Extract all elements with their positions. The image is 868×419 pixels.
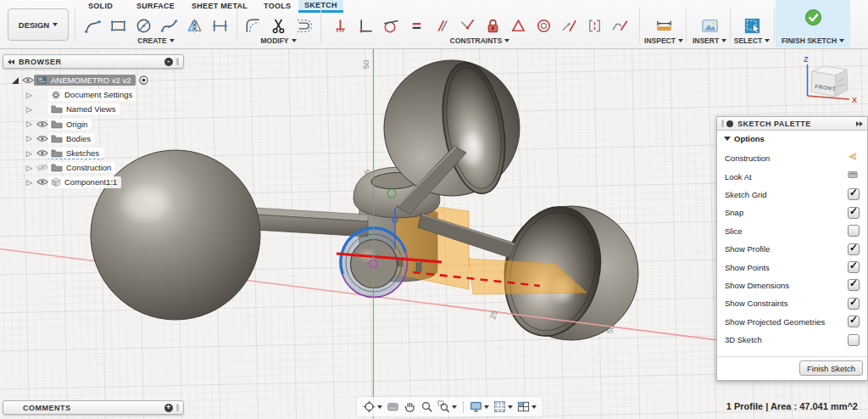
collinear-tool-button[interactable] — [581, 14, 607, 38]
collapsed-arrow-icon[interactable]: ▷ — [26, 91, 32, 99]
finish-sketch-button[interactable]: Finish Sketch — [799, 360, 863, 376]
checkbox-sketch-grid[interactable] — [848, 188, 860, 200]
checkbox-show-dimensions[interactable] — [848, 279, 860, 291]
comments-add-icon[interactable]: + — [164, 404, 173, 412]
equal-tool-button[interactable] — [403, 14, 429, 38]
browser-item-origin[interactable]: ▷Origin — [3, 117, 184, 131]
line-tool-button[interactable] — [80, 14, 105, 38]
tab-sheet-metal[interactable]: SHEET METAL — [186, 0, 253, 13]
measure-tool-button[interactable] — [651, 14, 676, 38]
parallel-tool-button[interactable] — [429, 14, 454, 38]
group-select: SELECT — [732, 13, 772, 47]
visibility-toggle[interactable] — [36, 120, 48, 128]
collapsed-arrow-icon[interactable]: ▷ — [26, 149, 32, 158]
browser-minimize-icon[interactable]: - — [164, 58, 173, 66]
symmetry-tool-button[interactable] — [505, 14, 531, 38]
offset-tool-button[interactable] — [292, 14, 317, 38]
comments-header[interactable]: COMMENTS + — [3, 400, 184, 415]
finish-sketch-tool-button[interactable] — [800, 5, 826, 30]
group-label-constraints[interactable]: CONSTRAINTS — [322, 36, 637, 45]
display-settings-button[interactable] — [469, 399, 490, 414]
browser-item-sketches[interactable]: ▷Sketches — [3, 146, 184, 160]
browser-grip[interactable] — [176, 58, 179, 65]
group-label-create[interactable]: CREATE — [76, 36, 236, 45]
group-modify: MODIFY — [238, 13, 319, 47]
look-at-nav-button[interactable] — [386, 399, 400, 414]
tab-tools[interactable]: TOOLS — [258, 0, 297, 13]
group-label-insert[interactable]: INSERT — [687, 36, 732, 45]
coincident-tool-button[interactable] — [454, 14, 480, 38]
zoom-window-button[interactable] — [437, 399, 458, 414]
expanded-arrow-icon[interactable] — [12, 77, 19, 84]
group-label-inspect[interactable]: INSPECT — [641, 36, 687, 45]
trim-tool-button[interactable] — [266, 14, 292, 38]
checkbox-show-profile[interactable] — [848, 243, 860, 255]
browser-item-bodies[interactable]: ▷Bodies — [3, 131, 184, 146]
collapsed-arrow-icon[interactable]: ▷ — [26, 164, 32, 172]
visibility-toggle[interactable] — [36, 135, 48, 142]
checkbox-3d-sketch[interactable] — [848, 334, 860, 346]
chevron-down-icon — [678, 39, 683, 42]
spline-icon — [159, 16, 179, 36]
top-cup-highlight — [461, 134, 481, 165]
spline-tool-button[interactable] — [156, 14, 181, 38]
look-at-button[interactable] — [846, 169, 860, 184]
visibility-toggle[interactable] — [36, 149, 48, 157]
rectangle-tool-button[interactable] — [105, 14, 131, 38]
browser-item-anemometro-v2-v2[interactable]: ANEMOMETRO v2 v2 — [3, 73, 184, 87]
browser-item-document-settings[interactable]: ▷Document Settings — [3, 87, 184, 102]
midpoint-tool-button[interactable] — [556, 14, 581, 38]
horizontal-vertical-tool-button[interactable] — [327, 14, 353, 38]
group-label-finish-sketch[interactable]: FINISH SKETCH — [776, 36, 850, 45]
visibility-toggle[interactable] — [36, 164, 48, 171]
viewports-button[interactable] — [516, 399, 537, 414]
orbit-button[interactable] — [362, 399, 383, 414]
checkbox-slice[interactable] — [848, 225, 860, 237]
group-label-modify[interactable]: MODIFY — [238, 36, 319, 45]
visibility-toggle[interactable] — [36, 178, 48, 186]
visibility-toggle[interactable] — [21, 76, 34, 84]
fillet-tool-button[interactable] — [241, 14, 266, 38]
tangent-tool-button[interactable] — [378, 14, 403, 38]
concentric-tool-button[interactable] — [531, 14, 556, 38]
activate-radio-icon[interactable] — [139, 75, 148, 85]
construction-line-button[interactable] — [846, 151, 860, 166]
select-tool-button[interactable] — [739, 14, 765, 38]
palette-grip[interactable] — [721, 120, 724, 127]
comments-grip[interactable] — [176, 404, 179, 411]
checkbox-snap[interactable] — [848, 207, 860, 219]
fix-unfix-tool-button[interactable] — [480, 14, 505, 38]
mirror-tool-button[interactable] — [181, 14, 207, 38]
chevron-down-icon — [721, 39, 726, 42]
design-menu-button[interactable]: DESIGN — [8, 8, 69, 41]
nav-divider — [463, 401, 464, 413]
curvature-tool-button[interactable] — [607, 14, 632, 38]
group-label-select[interactable]: SELECT — [732, 36, 772, 45]
viewcube[interactable]: Z X FRONT — [795, 51, 866, 112]
collapsed-arrow-icon[interactable]: ▷ — [26, 105, 32, 114]
checkbox-show-projected-geometries[interactable] — [848, 316, 860, 327]
insert-image-tool-button[interactable] — [697, 14, 722, 38]
browser-item-component1-1[interactable]: ▷Component1:1 — [3, 175, 184, 189]
tab-solid[interactable]: SOLID — [82, 0, 119, 13]
browser-item-named-views[interactable]: ▷Named Views — [3, 102, 184, 116]
checkbox-show-constraints[interactable] — [848, 298, 860, 310]
pan-button[interactable] — [403, 399, 417, 414]
browser-item-construction[interactable]: ▷Construction — [3, 160, 184, 175]
offset-icon — [294, 16, 314, 36]
tab-surface[interactable]: SURFACE — [131, 0, 181, 13]
collapsed-arrow-icon[interactable]: ▷ — [26, 178, 32, 187]
coincident-icon — [458, 16, 477, 36]
collapsed-arrow-icon[interactable]: ▷ — [26, 120, 32, 128]
sketch-palette-header[interactable]: SKETCH PALETTE — [717, 117, 867, 131]
browser-title: BROWSER — [19, 58, 164, 66]
circle-tool-button[interactable] — [131, 14, 156, 38]
collapsed-arrow-icon[interactable]: ▷ — [26, 134, 32, 142]
checkbox-show-points[interactable] — [848, 261, 860, 273]
options-section-toggle[interactable]: Options — [724, 134, 765, 143]
sketch-dimension-tool-button[interactable] — [207, 14, 232, 38]
browser-header[interactable]: BROWSER - — [3, 54, 184, 69]
perpendicular-tool-button[interactable] — [353, 14, 378, 38]
zoom-button[interactable] — [420, 399, 434, 414]
grid-layout-button[interactable] — [492, 399, 514, 414]
